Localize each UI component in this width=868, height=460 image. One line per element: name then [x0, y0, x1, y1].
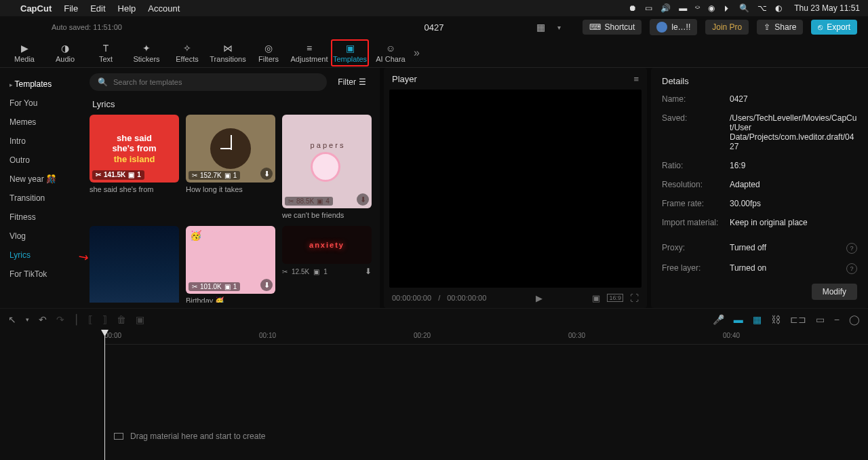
split-icon[interactable]: ⎮ — [74, 314, 79, 325]
mic-icon[interactable]: 🎤 — [713, 314, 724, 325]
selection-tool-icon[interactable]: ↖ — [8, 314, 16, 325]
tab-adjustment[interactable]: ≡Adjustment — [290, 39, 328, 66]
tab-transitions[interactable]: ⋈Transitions — [209, 39, 247, 66]
playhead[interactable] — [104, 330, 105, 460]
tab-templates[interactable]: ▣Templates — [331, 39, 369, 66]
app-name[interactable]: CapCut — [20, 3, 52, 14]
search-input[interactable] — [113, 78, 319, 86]
crop-icon[interactable]: ▣ — [592, 293, 600, 303]
trim-right-icon[interactable]: ⟧ — [102, 314, 107, 325]
user-menu-icon[interactable]: ◉ — [708, 3, 715, 13]
download-icon[interactable]: ⬇ — [260, 279, 273, 291]
user-button[interactable]: le…!! — [650, 19, 697, 35]
siri-icon[interactable]: ◐ — [775, 3, 782, 13]
template-card[interactable]: anxiety ✂12.5K▣1⬇ — [282, 226, 372, 303]
filter-button[interactable]: Filter☰ — [332, 75, 372, 90]
sidebar-item-outro[interactable]: Outro — [0, 151, 81, 170]
magnet-main-icon[interactable]: ▬ — [734, 314, 743, 325]
template-card[interactable]: p a p e r s ✂88.5K▣4 ⬇ we can't be frien… — [282, 115, 372, 219]
undo-icon[interactable]: ↶ — [39, 314, 47, 325]
export-label: Export — [827, 22, 850, 32]
sidebar-item-vlog[interactable]: Vlog — [0, 227, 81, 246]
detail-ratio-value: 16:9 — [730, 161, 857, 170]
timeline[interactable]: 00:00 00:10 00:20 00:30 00:40 Drag mater… — [0, 330, 868, 460]
download-icon[interactable]: ⬇ — [365, 267, 372, 276]
record-icon[interactable]: ⏺ — [629, 3, 637, 13]
sidebar-item-transition[interactable]: Transition — [0, 189, 81, 208]
download-icon[interactable]: ⬇ — [357, 193, 369, 206]
spotlight-icon[interactable]: 🔍 — [739, 3, 749, 13]
sidebar-header[interactable]: Templates — [0, 75, 81, 94]
sidebar-item-intro[interactable]: Intro — [0, 132, 81, 151]
redo-icon[interactable]: ↷ — [56, 314, 64, 325]
battery-icon[interactable]: ▬ — [679, 3, 687, 13]
template-stats: ✂152.7K▣1 — [189, 171, 240, 180]
trim-left-icon[interactable]: ⟦ — [88, 314, 93, 325]
snap-icon[interactable]: ⊏⊐ — [790, 314, 806, 325]
preview-icon[interactable]: ▭ — [816, 314, 825, 325]
detail-name-label: Name: — [662, 94, 730, 104]
menu-edit[interactable]: Edit — [90, 3, 105, 14]
share-button[interactable]: ⇪Share — [757, 20, 803, 35]
timeline-ruler[interactable]: 00:00 00:10 00:20 00:30 00:40 — [104, 330, 868, 345]
sidebar-item-fitness[interactable]: Fitness — [0, 208, 81, 227]
template-card[interactable]: ✂152.7K▣1 ⬇ How long it takes — [186, 115, 275, 219]
template-card[interactable]: ✂42.0K▣1⬇ — [90, 226, 179, 303]
playback-icon[interactable]: ⏵ — [723, 3, 731, 13]
crop-tool-icon[interactable]: ▣ — [136, 314, 144, 325]
detail-ratio-label: Ratio: — [662, 161, 730, 170]
tool-chevron-icon[interactable]: ▾ — [26, 316, 29, 323]
tabs-more-icon[interactable]: » — [414, 47, 420, 59]
tab-filters[interactable]: ◎Filters — [250, 39, 288, 66]
wifi-icon[interactable]: ⌔ — [695, 3, 700, 13]
shortcut-label: Shortcut — [605, 22, 635, 32]
sidebar-item-for-you[interactable]: For You — [0, 94, 81, 113]
join-pro-button[interactable]: Join Pro — [705, 20, 749, 35]
sidebar-item-for-tiktok[interactable]: For TikTok — [0, 265, 81, 284]
layout-chevron-icon[interactable]: ▾ — [557, 24, 561, 31]
timeline-drop-hint: Drag material here and start to create — [114, 432, 265, 441]
sidebar-item-lyrics[interactable]: Lyrics↘ — [0, 246, 81, 265]
sidebar-item-memes[interactable]: Memes — [0, 113, 81, 132]
player-menu-icon[interactable]: ≡ — [633, 74, 639, 84]
magnet-aux-icon[interactable]: ▦ — [753, 314, 762, 325]
tab-media[interactable]: ▶Media — [5, 39, 43, 66]
template-card[interactable]: she saidshe's fromthe island ✂141.5K▣1 s… — [90, 115, 179, 219]
tab-effects[interactable]: ✧Effects — [168, 39, 206, 66]
control-center-icon[interactable]: ⌥ — [757, 3, 767, 13]
volume-icon[interactable]: 🔊 — [660, 3, 671, 13]
fullscreen-icon[interactable]: ⛶ — [630, 293, 639, 303]
detail-saved-label: Saved: — [662, 113, 730, 151]
tab-stickers[interactable]: ✦Stickers — [127, 39, 165, 66]
shortcut-button[interactable]: ⌨Shortcut — [583, 20, 642, 35]
ratio-icon[interactable]: 16:9 — [607, 294, 623, 302]
ruler-tick: 00:10 — [259, 332, 276, 339]
search-input-wrap[interactable]: 🔍 — [90, 73, 327, 91]
detail-name-value: 0427 — [730, 94, 857, 104]
zoom-fit-icon[interactable]: ◯ — [849, 314, 860, 325]
template-stats: ✂141.5K▣1 — [92, 170, 144, 180]
player-canvas[interactable] — [389, 90, 642, 288]
zoom-out-icon[interactable]: − — [834, 314, 840, 325]
template-card[interactable]: 🥳 ✂101.0K▣1 ⬇ Birthday 🥳 — [186, 226, 275, 303]
link-icon[interactable]: ⛓ — [771, 314, 781, 325]
tab-audio[interactable]: ◑Audio — [46, 39, 84, 66]
tab-text[interactable]: TText — [87, 39, 125, 66]
menu-account[interactable]: Account — [148, 3, 180, 14]
delete-icon[interactable]: 🗑 — [117, 314, 126, 325]
play-icon[interactable]: ▶ — [536, 293, 542, 303]
modify-button[interactable]: Modify — [812, 284, 857, 300]
templates-icon: ▣ — [346, 43, 355, 54]
menu-help[interactable]: Help — [118, 3, 136, 14]
display-icon[interactable]: ▭ — [645, 3, 652, 13]
template-stats: ✂12.5K▣1⬇ — [282, 267, 372, 276]
layout-icon[interactable]: ▦ — [536, 22, 545, 33]
export-button[interactable]: ⎋Export — [811, 20, 857, 35]
menubar-clock[interactable]: Thu 23 May 11:51 — [794, 3, 860, 13]
clock-icon — [210, 128, 251, 169]
sidebar-item-new-year[interactable]: New year 🎊 — [0, 170, 81, 189]
detail-proxy-value: Turned off — [730, 243, 844, 254]
tab-ai-chara[interactable]: ☺AI Chara — [372, 39, 410, 66]
download-icon[interactable]: ⬇ — [260, 168, 273, 180]
menu-file[interactable]: File — [64, 3, 78, 14]
